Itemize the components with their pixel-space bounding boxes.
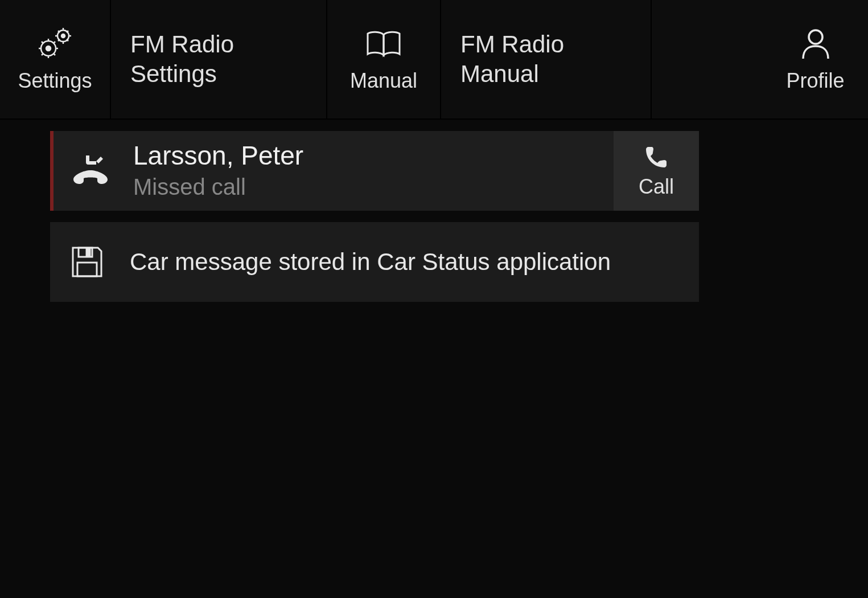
- toolbar-profile-label: Profile: [786, 69, 844, 93]
- notification-missed-call[interactable]: Larsson, Peter Missed call Call: [50, 131, 699, 211]
- toolbar: Settings FM Radio Settings Manual FM Rad…: [0, 0, 868, 120]
- svg-line-9: [54, 42, 55, 43]
- svg-point-1: [46, 46, 51, 51]
- save-icon: [50, 244, 124, 280]
- toolbar-fm-radio-manual-line2: Manual: [460, 59, 539, 89]
- gears-icon: [36, 26, 75, 62]
- caller-name: Larsson, Peter: [133, 140, 614, 171]
- call-button-label: Call: [639, 175, 674, 199]
- missed-call-icon: [54, 151, 127, 191]
- svg-point-20: [809, 30, 822, 44]
- svg-rect-23: [77, 263, 97, 276]
- toolbar-settings-label: Settings: [18, 69, 92, 93]
- svg-line-7: [54, 54, 55, 55]
- call-status: Missed call: [133, 172, 614, 202]
- car-message-text: Car message stored in Car Status applica…: [130, 248, 699, 276]
- svg-line-8: [42, 54, 43, 55]
- notification-list: Larsson, Peter Missed call Call: [0, 120, 868, 302]
- notification-car-message[interactable]: Car message stored in Car Status applica…: [50, 222, 699, 302]
- toolbar-manual[interactable]: Manual: [327, 0, 441, 118]
- notification-body: Car message stored in Car Status applica…: [124, 248, 699, 276]
- toolbar-fm-radio-settings[interactable]: FM Radio Settings: [111, 0, 327, 118]
- toolbar-fm-radio-manual-line1: FM Radio: [460, 30, 564, 60]
- call-button[interactable]: Call: [614, 131, 699, 211]
- svg-point-11: [61, 34, 65, 38]
- svg-line-6: [42, 42, 43, 43]
- toolbar-manual-label: Manual: [350, 69, 417, 93]
- toolbar-profile[interactable]: Profile: [763, 0, 868, 118]
- profile-icon: [799, 26, 833, 62]
- svg-rect-22: [87, 249, 90, 256]
- phone-icon: [644, 143, 669, 171]
- book-icon: [364, 26, 403, 62]
- notification-body: Larsson, Peter Missed call: [127, 140, 614, 201]
- toolbar-settings[interactable]: Settings: [0, 0, 111, 118]
- toolbar-fm-radio-settings-line2: Settings: [130, 59, 217, 89]
- toolbar-fm-radio-manual[interactable]: FM Radio Manual: [441, 0, 652, 118]
- toolbar-fm-radio-settings-line1: FM Radio: [130, 30, 234, 60]
